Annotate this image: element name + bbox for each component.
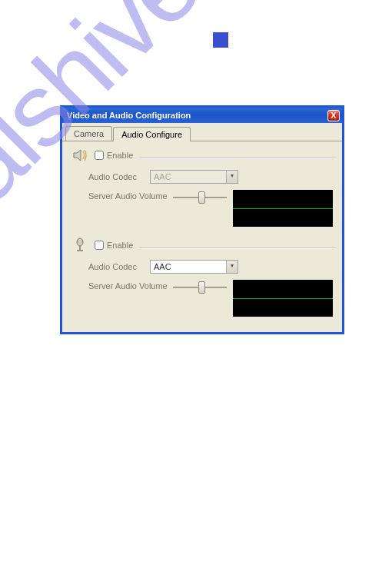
speaker-volume-row: Server Audio Volume xyxy=(68,190,336,227)
separator-line xyxy=(139,247,336,248)
mic-codec-value: AAC xyxy=(154,262,171,271)
speaker-codec-row: Audio Codec AAC ▾ xyxy=(68,165,336,190)
mic-section: Enable Audio Codec AAC ▾ Server Audio Vo… xyxy=(68,234,336,317)
svg-marker-0 xyxy=(74,150,81,161)
page-indicator-square xyxy=(213,32,228,48)
svg-point-1 xyxy=(77,238,83,246)
mic-enable-checkbox[interactable] xyxy=(95,241,104,250)
dialog-title: Video and Audio Configuration xyxy=(67,111,191,120)
speaker-volume-label: Server Audio Volume xyxy=(88,190,173,201)
speaker-enable-label: Enable xyxy=(107,151,133,160)
mic-codec-combo[interactable]: AAC ▾ xyxy=(150,260,238,274)
mic-volume-row: Server Audio Volume xyxy=(68,280,336,317)
separator-line xyxy=(139,158,336,158)
close-button[interactable]: X xyxy=(327,110,340,121)
mic-volume-slider[interactable] xyxy=(173,280,227,295)
speaker-waveform-display xyxy=(233,190,333,227)
audio-configure-panel: Enable Audio Codec AAC ▾ Server Audio Vo… xyxy=(62,141,342,332)
speaker-enable-checkbox[interactable] xyxy=(95,151,104,160)
video-audio-config-dialog: Video and Audio Configuration X Camera A… xyxy=(60,105,344,334)
mic-waveform-display xyxy=(233,280,333,317)
dialog-titlebar[interactable]: Video and Audio Configuration X xyxy=(62,108,342,123)
speaker-icon xyxy=(71,147,91,164)
speaker-codec-label: Audio Codec xyxy=(88,172,150,181)
speaker-section: Enable Audio Codec AAC ▾ Server Audio Vo… xyxy=(68,145,336,227)
tab-audio-configure[interactable]: Audio Configure xyxy=(113,127,191,141)
speaker-enable-row: Enable xyxy=(68,145,336,165)
speaker-codec-value: AAC xyxy=(154,172,171,181)
speaker-codec-combo[interactable]: AAC ▾ xyxy=(150,170,238,184)
mic-volume-label: Server Audio Volume xyxy=(88,280,173,291)
mic-enable-label: Enable xyxy=(107,241,133,250)
tab-strip: Camera Audio Configure xyxy=(62,123,342,141)
tab-camera[interactable]: Camera xyxy=(65,126,112,141)
speaker-volume-slider[interactable] xyxy=(173,190,227,205)
mic-codec-row: Audio Codec AAC ▾ xyxy=(68,255,336,280)
chevron-down-icon: ▾ xyxy=(226,261,238,273)
microphone-icon xyxy=(71,237,91,254)
mic-enable-row: Enable xyxy=(68,234,336,255)
chevron-down-icon: ▾ xyxy=(226,171,238,183)
mic-codec-label: Audio Codec xyxy=(88,262,150,271)
